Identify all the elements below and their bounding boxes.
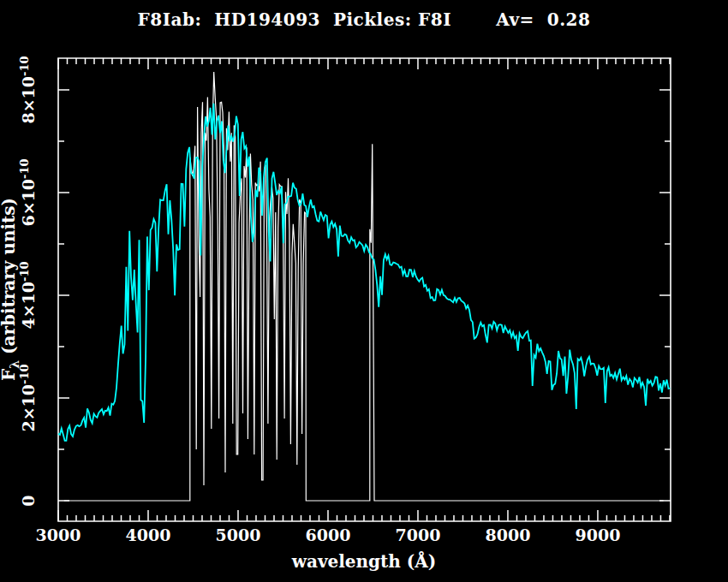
y-axis-label-subscript: λ	[8, 360, 21, 369]
y-axis-label-prefix: F	[0, 369, 19, 381]
y-tick-exponent: -10	[18, 56, 31, 76]
x-axis-tick-label: 7000	[396, 526, 441, 544]
y-tick-exponent: -10	[18, 158, 31, 179]
x-axis-label: wavelength (Å)	[291, 551, 437, 572]
y-axis-label-suffix: (arbitrary units)	[0, 198, 19, 360]
x-axis-tick-label: 5000	[216, 526, 261, 544]
y-tick-mantissa: 2×10	[19, 384, 38, 432]
chart-canvas: F8Iab: HD194093 Pickles: F8I Av= 0.28 30…	[0, 0, 728, 582]
y-tick-mantissa: 4×10	[19, 282, 38, 330]
y-tick-mantissa: 0	[19, 495, 38, 506]
y-axis-tick-label: 0	[19, 495, 38, 506]
chart-title: F8Iab: HD194093 Pickles: F8I Av= 0.28	[138, 9, 591, 30]
x-axis-tick-label: 3000	[36, 526, 81, 544]
y-axis-label: Fλ (arbitrary units)	[0, 198, 21, 381]
y-tick-mantissa: 8×10	[19, 76, 38, 124]
y-tick-mantissa: 6×10	[19, 179, 38, 227]
spectrum-plot-page: F8Iab: HD194093 Pickles: F8I Av= 0.28 30…	[0, 0, 728, 582]
x-axis-tick-label: 8000	[486, 526, 531, 544]
x-axis-tick-label: 6000	[306, 526, 351, 544]
x-axis-tick-label: 9000	[576, 526, 621, 544]
y-tick-exponent: -10	[18, 261, 31, 282]
plot-background	[0, 0, 728, 582]
x-axis-tick-label: 4000	[126, 526, 171, 544]
